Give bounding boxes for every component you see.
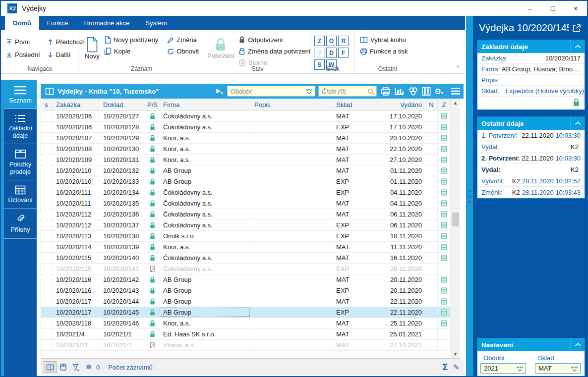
cell-status[interactable] <box>146 155 159 165</box>
cell-z[interactable] <box>438 133 451 143</box>
cell-firma[interactable]: Knor, a.s. <box>159 133 250 143</box>
cell-s[interactable] <box>41 209 52 219</box>
cell-vydano[interactable]: 22.10.2020 <box>384 144 425 154</box>
cell-vydano[interactable]: 22.11.2020 <box>384 307 425 318</box>
cell-firma[interactable]: Čokoládovny a.s. <box>159 264 250 274</box>
table-row[interactable]: 10/2020/115 10/2020/140 Čokoládovny a.s.… <box>41 253 451 264</box>
columns-icon[interactable] <box>422 87 431 96</box>
tab-hromadne-akce[interactable]: Hromadné akce <box>76 16 137 30</box>
cell-z[interactable] <box>438 187 451 198</box>
cell-sklad[interactable]: MAT <box>332 144 384 154</box>
cell-s[interactable] <box>41 187 52 198</box>
cell-popis[interactable] <box>250 307 332 318</box>
cell-s[interactable] <box>41 165 52 176</box>
cell-popis[interactable] <box>250 285 332 296</box>
cell-doklad[interactable]: 10/2020/140 <box>99 253 146 263</box>
cell-s[interactable] <box>41 264 52 274</box>
cell-firma[interactable]: Čokoládovny a.s. <box>159 111 250 121</box>
field-popis[interactable]: Popis: <box>477 75 585 86</box>
cell-doklad[interactable]: 10/2020/130 <box>99 144 146 154</box>
col-header-s[interactable]: s <box>41 99 52 110</box>
cell-doklad[interactable]: 10/2020/127 <box>99 111 146 121</box>
table-row[interactable]: 10/2020/115 10/2020/141 Čokoládovny a.s.… <box>41 264 451 274</box>
minimize-button[interactable]: – <box>519 1 541 16</box>
cell-n[interactable] <box>425 209 438 219</box>
cell-sklad[interactable]: EXP <box>332 220 384 230</box>
cell-zakazka[interactable]: 10/2020/115 <box>52 253 99 263</box>
cell-s[interactable] <box>41 220 52 230</box>
cell-zakazka[interactable]: 10/2020/111 <box>52 198 99 209</box>
cell-z[interactable] <box>438 285 451 296</box>
cell-s[interactable] <box>41 198 52 209</box>
cell-popis[interactable] <box>250 296 332 307</box>
jump-key-f[interactable]: F <box>338 48 349 58</box>
cell-status[interactable] <box>146 340 159 350</box>
cell-z[interactable] <box>438 329 451 339</box>
field-zakazka[interactable]: Zakázka: 10/2020/117 <box>477 53 585 64</box>
sidebar-item-zakladni-udaje[interactable]: Základní údaje <box>4 109 37 144</box>
cell-popis[interactable] <box>250 253 332 263</box>
cell-zakazka[interactable]: 10/2020/108 <box>52 144 99 154</box>
cell-n[interactable] <box>425 122 438 132</box>
scroll-up-arrow[interactable]: ▲ <box>451 99 460 107</box>
cell-z[interactable] <box>438 220 451 230</box>
cell-s[interactable] <box>41 340 52 350</box>
table-row[interactable]: 10/2020/117 10/2020/144 AB Group MAT 22.… <box>41 296 451 307</box>
cell-sklad[interactable]: MAT <box>332 155 384 165</box>
cell-zakazka[interactable]: 10/2020/110 <box>52 165 99 176</box>
cell-sklad[interactable]: MAT <box>332 318 384 328</box>
col-header-z[interactable]: Z <box>438 99 451 110</box>
cell-s[interactable] <box>41 155 52 165</box>
print-icon[interactable] <box>381 87 391 96</box>
cell-doklad[interactable]: 10/2020/146 <box>99 318 146 328</box>
cell-status[interactable] <box>146 296 159 307</box>
cell-z[interactable] <box>438 307 451 318</box>
table-row[interactable]: 10/2020/106 10/2020/128 Čokoládovny a.s.… <box>41 122 451 133</box>
cell-firma[interactable]: Čokoládovny a.s. <box>159 187 250 198</box>
cell-sklad[interactable]: MAT <box>332 111 384 121</box>
change-confirm-date-button[interactable]: Změna data potvrzení <box>236 47 312 56</box>
cell-s[interactable] <box>41 329 52 339</box>
jump-key-v[interactable]: V <box>314 48 325 58</box>
cell-zakazka[interactable]: 10/2021/21 <box>52 340 99 350</box>
cell-s[interactable] <box>41 296 52 307</box>
vertical-scrollbar[interactable]: ▲ ▼ <box>451 99 460 358</box>
cell-doklad[interactable]: 10/2020/141 <box>99 264 146 274</box>
select-book-button[interactable]: Vybrat knihu <box>358 35 417 45</box>
cell-firma[interactable]: Čokoládovny a.s. <box>159 122 250 132</box>
cell-n[interactable] <box>425 253 438 263</box>
cell-n[interactable] <box>425 220 438 230</box>
cell-sklad[interactable]: MAT <box>332 253 384 263</box>
cell-popis[interactable] <box>250 220 332 230</box>
cell-vydano[interactable]: 06.11.2020 <box>384 220 425 230</box>
record-count-label[interactable]: Počet záznamů <box>108 364 153 371</box>
cell-vydano[interactable]: 04.11.2020 <box>384 198 425 209</box>
cell-doklad[interactable]: 10/2020/138 <box>99 231 146 241</box>
table-row[interactable]: 10/2020/117 10/2020/145 AB Group EXP 22.… <box>41 307 451 318</box>
popout-icon[interactable] <box>572 24 581 33</box>
cell-z[interactable] <box>438 318 451 328</box>
cell-popis[interactable] <box>250 274 332 285</box>
cell-doklad[interactable]: 10/2020/137 <box>99 220 146 230</box>
cell-firma[interactable]: Knor, a.s. <box>159 155 250 165</box>
section-other-header[interactable]: Ostatní údaje <box>477 117 585 130</box>
cell-status[interactable] <box>146 307 159 318</box>
change-button[interactable]: Změna <box>165 35 201 45</box>
field-sklad[interactable]: Sklad: EXP Expediční (Hotové výrobky) <box>477 86 585 97</box>
jump-key-r[interactable]: R <box>338 36 349 46</box>
cell-status[interactable] <box>146 253 159 263</box>
cell-firma[interactable]: Knor, a.s. <box>159 242 250 252</box>
cell-status[interactable] <box>146 209 159 219</box>
cell-firma[interactable]: Omilk s.r.o <box>159 231 250 241</box>
cell-popis[interactable] <box>250 209 332 219</box>
cell-sklad[interactable]: MAT <box>332 296 384 307</box>
table-row[interactable]: 10/2020/110 10/2020/133 AB Group EXP 01.… <box>41 176 451 187</box>
table-row[interactable]: 10/2020/114 10/2020/139 Knor, a.s. MAT 1… <box>41 242 451 253</box>
cell-n[interactable] <box>425 133 438 143</box>
cell-s[interactable] <box>41 144 52 154</box>
cell-doklad[interactable]: 10/2020/135 <box>99 198 146 209</box>
cell-n[interactable] <box>425 307 438 318</box>
cell-z[interactable] <box>438 155 451 165</box>
cell-status[interactable] <box>146 176 159 187</box>
cell-popis[interactable] <box>250 198 332 209</box>
